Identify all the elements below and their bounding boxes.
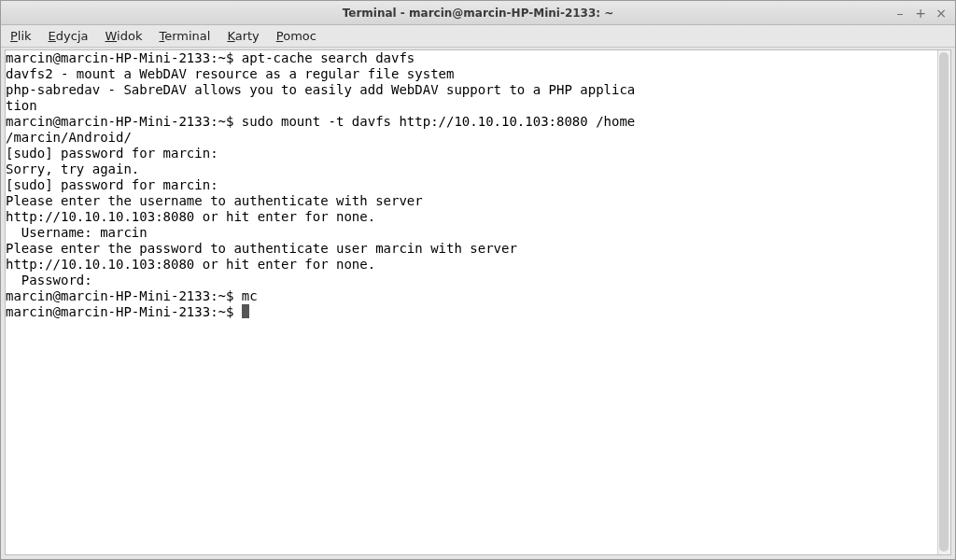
terminal-window: Terminal - marcin@marcin-HP-Mini-2133: ~… [0, 0, 956, 560]
terminal-line: Please enter the username to authenticat… [6, 193, 950, 209]
menubar: Plik Edycja Widok Terminal Karty Pomoc [1, 25, 955, 48]
terminal-line: http://10.10.10.103:8080 or hit enter fo… [6, 257, 950, 273]
maximize-button[interactable]: + [914, 6, 927, 21]
terminal-viewport[interactable]: marcin@marcin-HP-Mini-2133:~$ apt-cache … [5, 49, 951, 555]
terminal-content[interactable]: marcin@marcin-HP-Mini-2133:~$ apt-cache … [6, 50, 950, 320]
scrollbar-thumb[interactable] [939, 52, 949, 552]
terminal-line: [sudo] password for marcin: [6, 177, 950, 193]
minimize-button[interactable]: – [893, 6, 907, 21]
terminal-line: Sorry, try again. [6, 161, 950, 177]
menu-edycja[interactable]: Edycja [49, 29, 89, 43]
terminal-line: marcin@marcin-HP-Mini-2133:~$ [6, 304, 950, 320]
cursor [242, 304, 249, 318]
menu-terminal[interactable]: Terminal [159, 29, 210, 43]
terminal-line: marcin@marcin-HP-Mini-2133:~$ sudo mount… [6, 114, 950, 130]
terminal-line: php-sabredav - SabreDAV allows you to ea… [6, 82, 950, 98]
scrollbar-track[interactable] [937, 50, 950, 554]
menu-pomoc[interactable]: Pomoc [276, 29, 316, 43]
terminal-line: Username: marcin [6, 225, 950, 241]
terminal-line: marcin@marcin-HP-Mini-2133:~$ apt-cache … [6, 50, 950, 66]
terminal-line: [sudo] password for marcin: [6, 146, 950, 161]
terminal-line: Please enter the password to authenticat… [6, 241, 950, 257]
terminal-line: Password: [6, 273, 950, 288]
menu-plik[interactable]: Plik [10, 29, 32, 43]
window-controls: – + × [893, 6, 955, 21]
terminal-line: marcin@marcin-HP-Mini-2133:~$ mc [6, 288, 950, 304]
terminal-line: tion [6, 98, 950, 114]
close-button[interactable]: × [935, 6, 948, 21]
menu-widok[interactable]: Widok [105, 29, 143, 43]
terminal-line: /marcin/Android/ [6, 130, 950, 146]
menu-karty[interactable]: Karty [227, 29, 259, 43]
window-title: Terminal - marcin@marcin-HP-Mini-2133: ~ [1, 7, 955, 20]
terminal-line: davfs2 - mount a WebDAV resource as a re… [6, 66, 950, 82]
terminal-line: http://10.10.10.103:8080 or hit enter fo… [6, 209, 950, 225]
titlebar[interactable]: Terminal - marcin@marcin-HP-Mini-2133: ~… [1, 1, 955, 25]
